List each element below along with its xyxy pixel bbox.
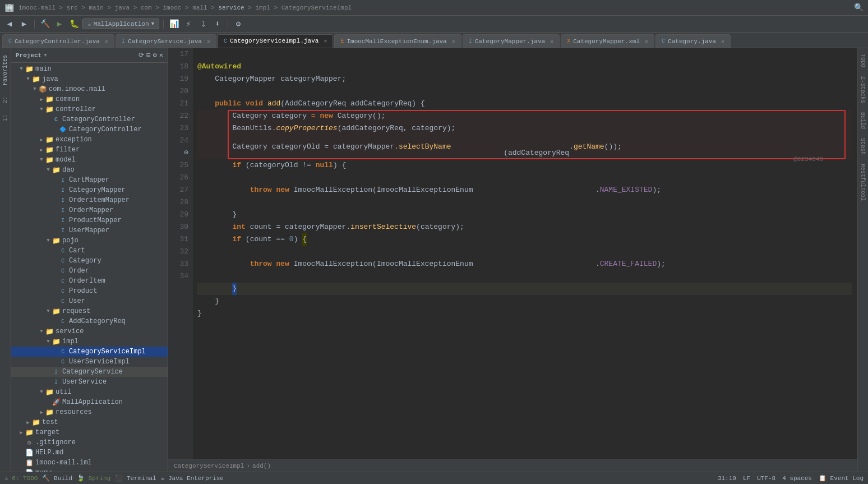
tab-close-7[interactable]: ✕ <box>721 38 724 45</box>
tree-item-product[interactable]: C Product <box>11 286 168 296</box>
tab-category-service-impl[interactable]: C CategoryServiceImpl.java ✕ <box>218 34 333 48</box>
status-terminal[interactable]: ⬛ Terminal <box>115 474 156 482</box>
left-tab-favorites[interactable]: Favorites <box>1 50 10 90</box>
tree-item-orderitem[interactable]: C OrderItem <box>11 276 168 286</box>
status-bar: ⚠ 6: TODO 🔨 Build 🍃 Spring ⬛ Terminal ☕ … <box>0 472 868 484</box>
tree-item-mall-application[interactable]: 🚀 MallApplication <box>11 397 168 407</box>
tab-close-4[interactable]: ✕ <box>452 38 455 45</box>
sidebar-settings-icon[interactable]: ⚙ <box>153 51 157 59</box>
right-panel-restful[interactable]: RestfulTool <box>858 160 867 204</box>
tree-item-com-imooc[interactable]: ▼ 📦 com.imooc.mall <box>11 84 168 94</box>
tab-close-3[interactable]: ✕ <box>324 38 327 44</box>
tree-item-service[interactable]: ▼ 📁 service <box>11 326 168 337</box>
run-config[interactable]: ☕ MallApplication ▼ <box>82 19 159 29</box>
sidebar-sync-icon[interactable]: ⟳ <box>138 51 144 59</box>
back-icon[interactable]: ◀ <box>3 18 16 30</box>
status-lf[interactable]: LF <box>743 475 750 482</box>
toolbar: ◀ ▶ 🔨 ▶ 🐛 ☕ MallApplication ▼ 📊 ⚡ ⤵ ⬇ ⚙ <box>0 16 868 33</box>
status-charset[interactable]: UTF-8 <box>757 475 775 482</box>
left-tabs: Favorites 2: 1: <box>0 48 11 472</box>
code-content[interactable]: @Autowired CategoryMapper categoryMapper… <box>193 48 857 332</box>
code-line-17 <box>197 48 852 61</box>
tab-category-mapper-xml[interactable]: X CategoryMapper.xml ✕ <box>561 34 654 48</box>
tab-close-2[interactable]: ✕ <box>207 38 210 45</box>
tree-item-cart-mapper[interactable]: I CartMapper <box>11 175 168 185</box>
status-event-log[interactable]: 📋 Event Log <box>819 474 864 482</box>
tree-item-model[interactable]: ▼ 📁 model <box>11 155 168 165</box>
tree-item-category-mapper[interactable]: I CategoryMapper <box>11 185 168 195</box>
tree-item-mvnw[interactable]: 📄 mvnw <box>11 468 168 472</box>
left-tab-1[interactable]: 1: <box>1 110 10 126</box>
tab-close-1[interactable]: ✕ <box>105 38 108 45</box>
left-tab-2[interactable]: 2: <box>1 92 10 108</box>
tree-item-cart[interactable]: C Cart <box>11 246 168 256</box>
status-indent[interactable]: 4 spaces <box>782 475 812 482</box>
profile-icon[interactable]: ⚡ <box>182 18 195 30</box>
right-panel-build[interactable]: Build <box>858 109 867 132</box>
right-panel-stash[interactable]: Stash <box>858 135 867 158</box>
tree-item-order[interactable]: C Order <box>11 266 168 276</box>
forward-icon[interactable]: ▶ <box>18 18 30 30</box>
tree-item-util[interactable]: ▼ 📁 util <box>11 387 168 397</box>
tab-category-service[interactable]: I CategoryService.java ✕ <box>116 34 216 48</box>
code-line-23: BeanUtils.copyProperties(addCategoryReq,… <box>197 122 852 135</box>
top-bar: 🏢 imooc-mall > src > main > java > com >… <box>0 0 868 16</box>
tree-item-order-mapper[interactable]: I OrderMapper <box>11 205 168 215</box>
tree-item-category-service-impl[interactable]: C CategoryServiceImpl <box>11 347 168 357</box>
tree-item-add-category-req[interactable]: C AddCategoryReq <box>11 316 168 326</box>
coverage-icon[interactable]: 📊 <box>168 18 180 30</box>
tree-item-target[interactable]: ▶ 📁 target <box>11 427 168 437</box>
tree-item-common[interactable]: ▶ 📁 common <box>11 94 168 104</box>
tab-close-5[interactable]: ✕ <box>550 38 553 45</box>
tab-imooc-exception-enum[interactable]: E ImoocMallExceptionEnum.java ✕ <box>334 34 461 48</box>
tree-item-imooc-iml[interactable]: 📋 imooc-mall.iml <box>11 458 168 468</box>
editor-breadcrumb: CategoryServiceImpl › add() <box>168 459 857 472</box>
step-into-icon[interactable]: ⬇ <box>211 18 224 30</box>
code-line-21: public void add(AddCategoryReq addCatego… <box>197 98 852 110</box>
step-over-icon[interactable]: ⤵ <box>197 18 209 30</box>
tree-item-pojo[interactable]: ▼ 📁 pojo <box>11 236 168 246</box>
tree-item-category[interactable]: C Category <box>11 256 168 266</box>
status-spring[interactable]: 🍃 Spring <box>77 474 110 482</box>
tree-item-controller[interactable]: ▼ 📁 controller <box>11 104 168 114</box>
sidebar-close-icon[interactable]: ✕ <box>159 51 163 59</box>
tree-item-java[interactable]: ▼ 📁 java <box>11 74 168 84</box>
run-icon[interactable]: ▶ <box>53 18 66 30</box>
tree-item-user-service-impl[interactable]: C UserServiceImpl <box>11 357 168 367</box>
build-icon[interactable]: 🔨 <box>39 18 51 30</box>
tree-item-category-controller-class[interactable]: 🔷 CategoryController <box>11 125 168 135</box>
tree-item-exception[interactable]: ▶ 📁 exception <box>11 135 168 145</box>
tree-item-request[interactable]: ▼ 📁 request <box>11 306 168 316</box>
tree-item-impl[interactable]: ▼ 📁 impl <box>11 337 168 347</box>
sidebar-collapse-icon[interactable]: ⊟ <box>146 51 150 59</box>
tab-category-java[interactable]: C Category.java ✕ <box>655 34 731 48</box>
tree-item-main[interactable]: ▼ 📁 main <box>11 64 168 74</box>
tree-item-orderitem-mapper[interactable]: I OrderitemMapper <box>11 195 168 205</box>
tree-item-category-controller-file[interactable]: C CategoryController <box>11 114 168 125</box>
tab-category-controller[interactable]: C CategoryController.java ✕ <box>2 34 114 48</box>
tree-item-user[interactable]: C User <box>11 296 168 306</box>
tree-item-product-mapper[interactable]: I ProductMapper <box>11 215 168 225</box>
settings-icon[interactable]: ⚙ <box>232 18 244 30</box>
search-icon[interactable]: 🔍 <box>854 3 864 12</box>
tree-item-test[interactable]: ▶ 📁 test <box>11 417 168 427</box>
status-todo[interactable]: ⚠ 6: TODO <box>4 474 38 482</box>
tree-item-dao[interactable]: ▼ 📁 dao <box>11 165 168 175</box>
tab-close-6[interactable]: ✕ <box>645 38 648 45</box>
right-panel-zstacks[interactable]: Z-Stacks <box>858 73 867 107</box>
tree-item-resources[interactable]: ▶ 📁 resources <box>11 407 168 417</box>
tree-item-filter[interactable]: ▶ 📁 filter <box>11 145 168 155</box>
tree-item-gitignore[interactable]: ⚙ .gitignore <box>11 437 168 448</box>
status-build[interactable]: 🔨 Build <box>42 474 72 482</box>
tree-item-user-mapper[interactable]: I UserMapper <box>11 225 168 236</box>
code-area[interactable]: 17 18 19 20 21 22 23 24 ⊙ 25 26 27 28 29… <box>168 48 857 459</box>
tree-item-help-md[interactable]: 📄 HELP.md <box>11 448 168 458</box>
debug-icon[interactable]: 🐛 <box>68 18 80 30</box>
right-panel-todo[interactable]: TODO <box>858 50 867 71</box>
tree-item-category-service-interface[interactable]: I CategoryService <box>11 367 168 377</box>
status-enterprise[interactable]: ☕ Java Enterprise <box>161 474 224 482</box>
tab-category-mapper[interactable]: I CategoryMapper.java ✕ <box>463 34 560 48</box>
status-position[interactable]: 31:10 <box>718 475 736 482</box>
status-left: ⚠ 6: TODO 🔨 Build 🍃 Spring ⬛ Terminal ☕ … <box>4 474 224 482</box>
tree-item-user-service-interface[interactable]: I UserService <box>11 377 168 387</box>
